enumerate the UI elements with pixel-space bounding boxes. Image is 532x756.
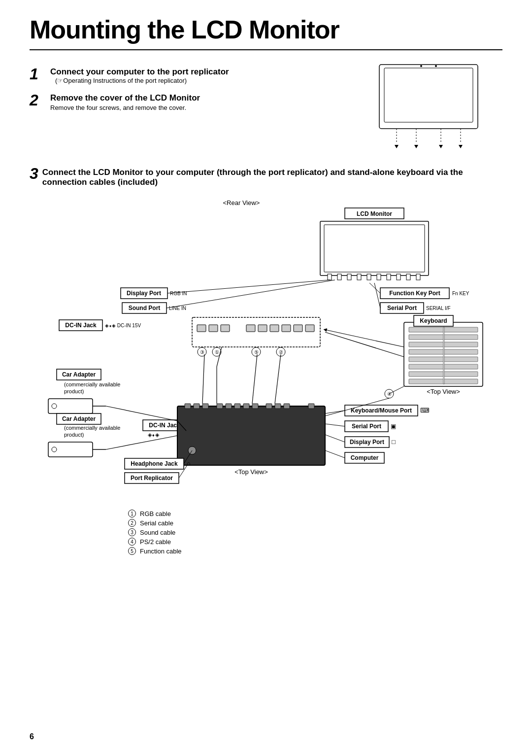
svg-text:LCD Monitor: LCD Monitor — [357, 210, 392, 217]
cable-list: 1 RGB cable 2 Serial cable 3 Sound cable… — [128, 510, 502, 555]
step-2-body: Remove the four screws, and remove the c… — [50, 104, 355, 111]
svg-text:Keyboard: Keyboard — [420, 317, 447, 324]
svg-rect-50 — [246, 325, 255, 332]
svg-text:Serial Port: Serial Port — [387, 305, 417, 311]
svg-line-38 — [166, 280, 335, 308]
svg-text:product): product) — [64, 432, 84, 438]
cable-item-4: 4 PS/2 cable — [128, 538, 502, 546]
cable-label-5: Function cable — [140, 548, 182, 555]
svg-line-143 — [106, 436, 177, 449]
svg-line-131 — [325, 450, 345, 458]
svg-text:□: □ — [392, 438, 396, 446]
svg-rect-103 — [243, 404, 249, 409]
svg-text:Fn KEY: Fn KEY — [452, 291, 469, 296]
svg-text:Function Key Port: Function Key Port — [389, 290, 440, 297]
svg-point-84 — [52, 404, 57, 409]
svg-text:Car Adapter: Car Adapter — [62, 371, 96, 378]
svg-text:Keyboard/Mouse Port: Keyboard/Mouse Port — [351, 407, 412, 414]
svg-text:③: ③ — [200, 349, 204, 355]
svg-text:⑤: ⑤ — [254, 349, 259, 355]
svg-line-136 — [202, 354, 204, 404]
svg-text:①: ① — [215, 349, 219, 355]
step-2: 2 Remove the cover of the LCD Monitor Re… — [30, 93, 355, 111]
svg-line-124 — [325, 424, 345, 426]
svg-rect-98 — [194, 404, 200, 409]
svg-rect-47 — [197, 325, 206, 332]
svg-text:Display Port: Display Port — [350, 439, 384, 446]
svg-rect-24 — [397, 274, 400, 280]
svg-text:Computer: Computer — [351, 454, 379, 461]
svg-rect-102 — [234, 404, 240, 409]
svg-rect-104 — [252, 404, 258, 409]
svg-rect-46 — [192, 317, 320, 347]
svg-line-137 — [252, 354, 257, 404]
svg-rect-20 — [357, 274, 361, 280]
svg-text:<Top View>: <Top View> — [234, 468, 268, 476]
svg-marker-6 — [395, 145, 399, 148]
svg-rect-99 — [202, 404, 208, 409]
cable-label-2: Serial cable — [140, 519, 173, 527]
svg-rect-48 — [209, 325, 218, 332]
svg-rect-22 — [377, 274, 381, 280]
svg-rect-54 — [294, 325, 302, 332]
steps-1-2: 1 Connect your computer to the port repl… — [30, 62, 355, 120]
svg-point-91 — [52, 447, 57, 452]
svg-rect-55 — [305, 325, 314, 332]
svg-text:Headphone Jack: Headphone Jack — [131, 460, 178, 467]
step-1: 1 Connect your computer to the port repl… — [30, 67, 355, 84]
cable-label-3: Sound cable — [140, 529, 175, 536]
svg-rect-96 — [177, 406, 325, 465]
svg-rect-19 — [347, 274, 351, 280]
step-2-number: 2 — [30, 91, 50, 109]
cable-item-5: 5 Function cable — [128, 547, 502, 555]
svg-rect-26 — [416, 274, 420, 280]
cable-item-2: 2 Serial cable — [128, 519, 502, 527]
svg-line-142 — [106, 406, 177, 421]
step-1-number: 1 — [30, 65, 50, 83]
svg-rect-73 — [443, 327, 444, 384]
svg-text:◈⬧◈: ◈⬧◈ — [148, 432, 160, 438]
svg-rect-97 — [185, 404, 191, 409]
svg-rect-17 — [328, 274, 332, 280]
svg-rect-106 — [275, 404, 281, 409]
svg-text:product): product) — [64, 388, 84, 394]
step-2-content: Remove the cover of the LCD Monitor Remo… — [50, 93, 355, 111]
connection-diagram: <Rear View> LCD Monitor Function Key Por… — [30, 194, 502, 500]
step-3-title: Connect the LCD Monitor to your computer… — [42, 168, 502, 187]
svg-text:⌨: ⌨ — [420, 407, 430, 414]
step-1-content: Connect your computer to the port replic… — [50, 67, 355, 84]
svg-point-10 — [420, 65, 422, 67]
svg-rect-52 — [270, 325, 279, 332]
svg-line-42 — [374, 283, 380, 308]
monitor-illustration — [365, 62, 502, 163]
svg-rect-49 — [221, 325, 230, 332]
svg-text:DC-IN Jack: DC-IN Jack — [65, 322, 97, 329]
cable-num-2: 2 — [128, 519, 136, 527]
cable-num-4: 4 — [128, 538, 136, 546]
svg-point-11 — [435, 65, 437, 67]
svg-text:Sound Port: Sound Port — [129, 305, 161, 311]
step-3: 3 Connect the LCD Monitor to your comput… — [30, 168, 502, 187]
svg-rect-0 — [379, 65, 478, 129]
svg-text:◈⬧◈ DC-IN 15V: ◈⬧◈ DC-IN 15V — [105, 323, 141, 328]
cable-num-3: 3 — [128, 528, 136, 536]
svg-rect-107 — [284, 404, 290, 409]
svg-text:<Top View>: <Top View> — [427, 388, 460, 395]
svg-text:▣: ▣ — [391, 423, 396, 430]
svg-rect-18 — [337, 274, 341, 280]
svg-text:(commercially available: (commercially available — [64, 425, 120, 431]
svg-text:DC-IN Jack: DC-IN Jack — [149, 422, 180, 429]
cable-label-4: PS/2 cable — [140, 538, 171, 546]
svg-line-135 — [275, 354, 281, 404]
step-3-number: 3 — [30, 165, 38, 187]
page-title: Mounting the LCD Monitor — [30, 15, 502, 44]
cable-item-1: 1 RGB cable — [128, 510, 502, 517]
svg-text:(commercially available: (commercially available — [64, 381, 120, 387]
svg-rect-1 — [384, 68, 473, 122]
title-divider — [30, 49, 502, 50]
svg-rect-25 — [406, 274, 410, 280]
step-2-title: Remove the cover of the LCD Monitor — [50, 93, 355, 103]
svg-text:Car Adapter: Car Adapter — [62, 415, 96, 422]
svg-rect-53 — [282, 325, 291, 332]
svg-text:Display Port: Display Port — [127, 290, 161, 297]
